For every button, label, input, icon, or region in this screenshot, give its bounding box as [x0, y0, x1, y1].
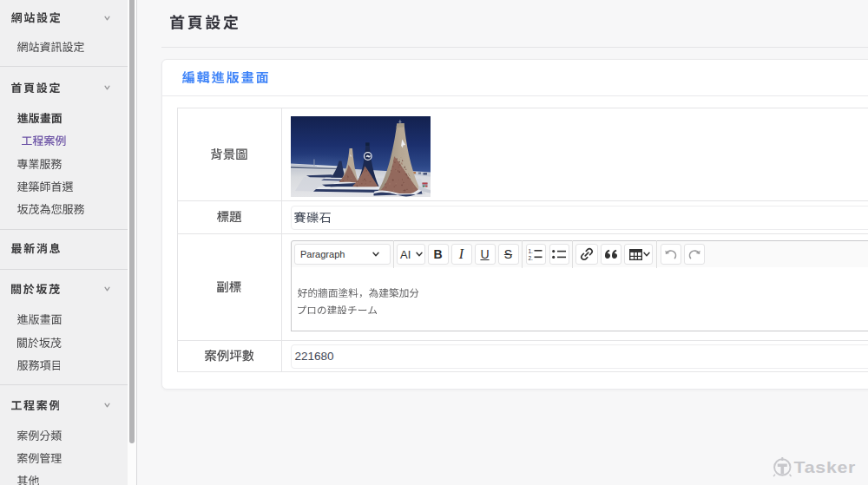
svg-text:2.: 2. — [529, 255, 534, 261]
svg-text:1.: 1. — [529, 248, 534, 254]
svg-text:Tasker: Tasker — [794, 459, 857, 476]
